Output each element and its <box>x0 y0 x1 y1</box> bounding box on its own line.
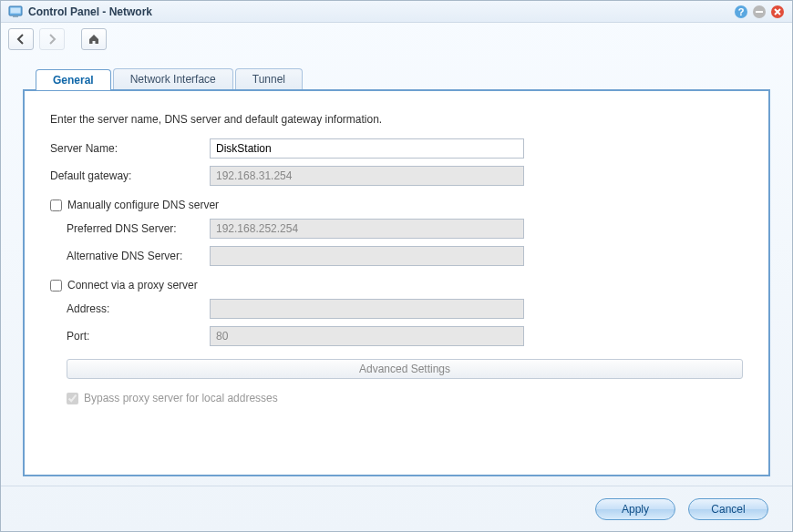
default-gateway-input <box>210 166 524 186</box>
row-proxy-address: Address: <box>50 299 743 319</box>
footer: Apply Cancel <box>1 486 792 531</box>
manual-dns-label: Manually configure DNS server <box>67 199 219 211</box>
preferred-dns-input <box>210 219 524 239</box>
navigation-toolbar <box>1 23 792 56</box>
window-title: Control Panel - Network <box>28 5 734 18</box>
forward-button[interactable] <box>39 28 65 50</box>
tab-panel-general: Enter the server name, DNS server and de… <box>23 89 770 476</box>
proxy-port-label: Port: <box>67 330 210 343</box>
proxy-address-label: Address: <box>67 302 210 315</box>
home-button[interactable] <box>81 28 107 50</box>
back-button[interactable] <box>8 28 34 50</box>
window-controls: ? <box>734 5 785 19</box>
titlebar: Control Panel - Network ? <box>1 1 792 23</box>
network-app-icon <box>8 5 23 19</box>
row-preferred-dns: Preferred DNS Server: <box>50 219 743 239</box>
svg-rect-6 <box>756 11 763 13</box>
advanced-settings-button: Advanced Settings <box>67 359 743 379</box>
row-proxy: Connect via a proxy server <box>50 279 743 292</box>
server-name-input[interactable] <box>210 138 524 159</box>
minimize-icon[interactable] <box>752 5 767 19</box>
svg-rect-2 <box>13 15 18 17</box>
row-manual-dns: Manually configure DNS server <box>50 199 743 211</box>
cancel-button[interactable]: Cancel <box>688 498 768 520</box>
instruction-text: Enter the server name, DNS server and de… <box>50 113 743 126</box>
row-alternative-dns: Alternative DNS Server: <box>50 246 743 266</box>
proxy-address-input <box>210 299 524 319</box>
proxy-label: Connect via a proxy server <box>67 279 198 292</box>
proxy-port-input <box>210 326 524 346</box>
tab-row: General Network Interface Tunnel <box>36 68 770 89</box>
manual-dns-checkbox[interactable] <box>50 200 62 211</box>
row-proxy-port: Port: <box>50 326 743 346</box>
bypass-proxy-checkbox <box>67 393 78 404</box>
row-bypass-proxy: Bypass proxy server for local addresses <box>67 392 743 404</box>
preferred-dns-label: Preferred DNS Server: <box>67 222 210 235</box>
alternative-dns-input <box>210 246 524 266</box>
alternative-dns-label: Alternative DNS Server: <box>67 250 210 262</box>
help-icon[interactable]: ? <box>734 5 748 19</box>
server-name-label: Server Name: <box>50 142 210 155</box>
control-panel-window: Control Panel - Network ? General N <box>0 0 793 532</box>
svg-rect-1 <box>11 7 21 13</box>
svg-text:?: ? <box>738 6 745 17</box>
proxy-checkbox[interactable] <box>50 280 62 292</box>
bypass-proxy-label: Bypass proxy server for local addresses <box>84 392 278 404</box>
close-icon[interactable] <box>770 5 785 19</box>
tab-network-interface[interactable]: Network Interface <box>113 68 233 89</box>
apply-button[interactable]: Apply <box>595 498 675 520</box>
content-area: General Network Interface Tunnel Enter t… <box>1 56 792 486</box>
tab-general[interactable]: General <box>36 69 111 90</box>
row-default-gateway: Default gateway: <box>50 166 743 186</box>
row-server-name: Server Name: <box>50 138 743 159</box>
tab-tunnel[interactable]: Tunnel <box>235 68 303 89</box>
default-gateway-label: Default gateway: <box>50 169 210 182</box>
